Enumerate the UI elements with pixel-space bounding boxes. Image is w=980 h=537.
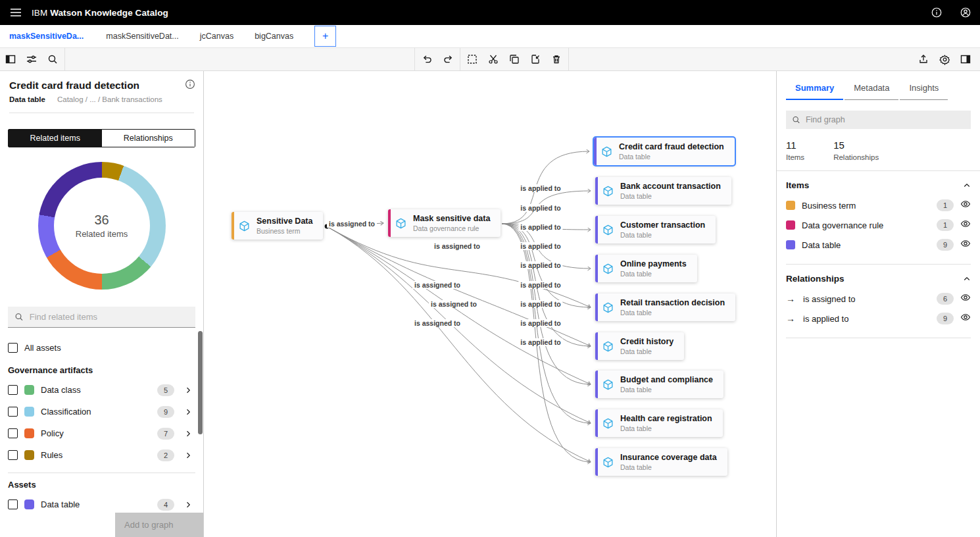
chevron-up-icon[interactable] (963, 182, 971, 190)
eye-icon[interactable] (960, 199, 971, 209)
toggle-relationships[interactable]: Relationships (102, 130, 195, 147)
search-icon (14, 312, 24, 322)
items-section-header[interactable]: Items (786, 180, 971, 190)
import-icon[interactable] (525, 49, 546, 70)
cut-icon[interactable] (483, 49, 504, 70)
node-title: Customer transaction (620, 220, 705, 230)
graph-node-online-payments[interactable]: Online paymentsData table (595, 255, 697, 282)
graph-node-customer-transaction[interactable]: Customer transactionData table (595, 216, 716, 243)
graph-node-bank-account-transaction[interactable]: Bank account transactionData table (595, 177, 731, 205)
eye-icon[interactable] (960, 218, 971, 229)
count-badge: 9 (937, 313, 954, 324)
new-tab-button[interactable]: + (314, 26, 336, 47)
undo-icon[interactable] (416, 49, 437, 70)
breadcrumb[interactable]: Catalog / ... / Bank transactions (57, 95, 162, 103)
add-to-graph-button[interactable]: Add to graph (115, 513, 203, 537)
chevron-right-icon[interactable] (184, 501, 192, 509)
graph-stats: 11 Items 15 Relationships (777, 129, 980, 171)
file-tab-1[interactable]: maskSensitiveDat... (103, 25, 197, 47)
relationship-row-is-applied-to[interactable]: →is applied to9 (786, 309, 971, 328)
filter-row-rules[interactable]: Rules2 (8, 444, 195, 466)
search-icon[interactable] (42, 49, 63, 70)
search-input[interactable] (30, 312, 189, 322)
redo-icon[interactable] (437, 49, 458, 70)
graph-node-health-care-registration[interactable]: Health care registrationData table (595, 409, 723, 437)
node-type-bar (595, 177, 598, 205)
tab-insights[interactable]: Insights (900, 83, 948, 100)
relationship-row-is-assigned-to[interactable]: →is assigned to6 (786, 289, 971, 309)
filter-row-classification[interactable]: Classification9 (8, 401, 195, 422)
node-title: Credit history (620, 337, 674, 346)
file-tab-3[interactable]: bigCanvas (252, 25, 312, 47)
marquee-select-icon[interactable] (462, 49, 483, 70)
filter-row-policy[interactable]: Policy7 (8, 422, 195, 444)
export-icon[interactable] (913, 49, 934, 70)
legend-row-business-term[interactable]: Business term1 (786, 195, 971, 215)
graph-node-credit-history[interactable]: Credit historyData table (595, 332, 684, 360)
node-type-bar (595, 294, 598, 321)
chevron-up-icon[interactable] (963, 275, 971, 283)
graph-node-insurance-coverage-data[interactable]: Insurance coverage dataData table (595, 448, 727, 476)
count-badge: 9 (937, 239, 954, 251)
graph-node-retail-transaction-decision[interactable]: Retail transaction decisionData table (595, 294, 735, 321)
checkbox[interactable] (8, 450, 18, 460)
graph-canvas[interactable]: Sensitive DataBusiness termMask sensitiv… (205, 71, 775, 537)
graph-node-credit-card-fraud-detection[interactable]: Credit card fraud detectionData table (594, 138, 735, 165)
eye-icon[interactable] (960, 292, 971, 303)
copy-icon[interactable] (504, 49, 525, 70)
file-tab-2[interactable]: jcCanvas (197, 25, 252, 47)
checkbox[interactable] (8, 428, 18, 438)
filter-row-data-class[interactable]: Data class5 (8, 379, 195, 401)
item-label: Data table (802, 240, 930, 250)
hamburger-menu-icon[interactable] (0, 0, 32, 25)
checkbox[interactable] (8, 407, 18, 417)
panel-right-toggle-icon[interactable] (955, 49, 976, 70)
graph-node-sensitive-data[interactable]: Sensitive DataBusiness term (232, 212, 323, 240)
arrow-right-icon: → (786, 294, 796, 304)
graph-node-budget-and-compliance[interactable]: Budget and complianceData table (595, 371, 723, 398)
relationships-section-header[interactable]: Relationships (786, 274, 971, 284)
checkbox[interactable] (8, 385, 18, 395)
node-subtitle: Business term (257, 227, 312, 235)
find-related-items-search[interactable] (8, 307, 195, 328)
delete-icon[interactable] (546, 49, 567, 70)
find-graph-input[interactable] (806, 115, 965, 124)
items-count-label: Items (786, 153, 804, 161)
toggle-related-items[interactable]: Related items (9, 130, 102, 147)
asset-type-label: Data table (9, 95, 45, 103)
item-color-swatch (786, 220, 795, 230)
tab-metadata[interactable]: Metadata (845, 83, 898, 100)
category-color-swatch (24, 450, 34, 460)
info-icon[interactable] (922, 0, 951, 25)
node-title: Credit card fraud detection (619, 142, 724, 151)
chevron-right-icon[interactable] (184, 430, 192, 438)
all-assets-row[interactable]: All assets (8, 337, 195, 359)
user-avatar-icon[interactable] (951, 0, 980, 25)
find-graph-search[interactable] (786, 111, 971, 129)
node-title: Insurance coverage data (620, 453, 717, 462)
summary-panel: Summary Metadata Insights 11 Items 15 Re… (776, 71, 980, 537)
chevron-right-icon[interactable] (184, 408, 192, 416)
edge-label: is applied to (518, 319, 562, 327)
legend-row-data-table[interactable]: Data table9 (786, 235, 971, 255)
file-tab-0[interactable]: maskSensitiveDa... (7, 25, 103, 47)
tab-summary[interactable]: Summary (786, 83, 843, 100)
legend-row-data-governance-rule[interactable]: Data governance rule1 (786, 215, 971, 235)
eye-icon[interactable] (960, 312, 971, 322)
node-subtitle: Data table (620, 463, 717, 471)
all-assets-checkbox[interactable] (8, 343, 18, 353)
chevron-right-icon[interactable] (184, 451, 192, 459)
graph-node-mask-sensitive-data[interactable]: Mask sensitive dataData governance rule (388, 209, 501, 237)
eye-icon[interactable] (960, 238, 971, 249)
relationships-count-label: Relationships (833, 153, 879, 161)
asset-info-icon[interactable] (185, 79, 195, 92)
checkbox[interactable] (8, 499, 18, 509)
cube-icon (238, 220, 251, 232)
cube-icon (602, 263, 614, 275)
node-subtitle: Data table (620, 270, 687, 278)
settings-adjust-icon[interactable] (21, 49, 42, 70)
settings-gear-icon[interactable] (934, 49, 955, 70)
panel-scrollbar[interactable] (198, 331, 203, 434)
panel-left-toggle-icon[interactable] (0, 49, 21, 70)
chevron-right-icon[interactable] (184, 386, 192, 394)
